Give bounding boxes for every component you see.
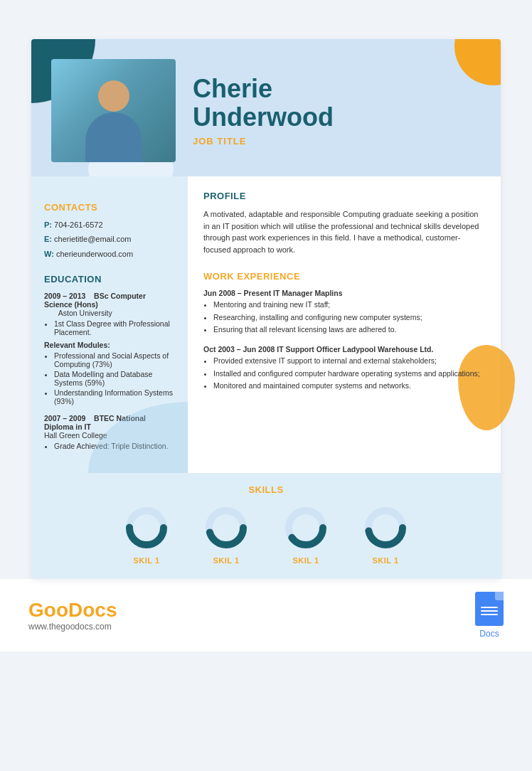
edu-entry-1: 2009 – 2013 BSc Computer Science (Hons) …	[44, 292, 175, 405]
logo-text-2: ocs	[83, 599, 117, 621]
work-title: WORK EXPERIENCE	[203, 271, 485, 282]
edu-school-span-2: Hall Green College	[44, 431, 107, 440]
phone-value: 704-261-6572	[54, 220, 103, 229]
module-1: Professional and Social Aspects of Compu…	[54, 351, 175, 368]
contact-email: E: cherietitle@email.com	[44, 234, 175, 245]
work-bullet-2-1: Provided extensive IT support to interna…	[213, 356, 485, 366]
website-value: cherieunderwood.com	[56, 250, 133, 258]
header-name: Cherie Underwood	[193, 75, 481, 131]
website-label: W:	[44, 250, 54, 258]
docs-file-icon	[475, 592, 504, 626]
module-3: Understanding Information Systems (93%)	[54, 388, 175, 405]
skill-donut-4	[363, 505, 408, 551]
skill-donut-2	[203, 505, 249, 551]
docs-line-1	[481, 607, 498, 608]
footer-logo: GooDocs www.thegoodocs.com	[28, 599, 117, 632]
profile-text: A motivated, adaptable and responsible C…	[203, 208, 485, 255]
work-header-2: Oct 2003 – Jun 2008 IT Support Officer L…	[203, 345, 485, 353]
header-info: Cherie Underwood JOB TITLE	[193, 75, 481, 146]
person-head	[98, 80, 129, 112]
work-bullets-1: Mentoring and training new IT staff; Res…	[203, 299, 485, 335]
work-entry-2: Oct 2003 – Jun 2008 IT Support Officer L…	[203, 345, 485, 391]
name-line2: Underwood	[193, 102, 334, 132]
right-col-content: PROFILE A motivated, adaptable and respo…	[203, 191, 485, 391]
svg-point-2	[135, 516, 158, 539]
skill-donut-3	[283, 505, 329, 551]
svg-point-11	[374, 516, 397, 539]
edu-dates-span-1: 2009 – 2013	[44, 292, 85, 300]
svg-point-8	[294, 516, 317, 539]
logo-text: GooDocs	[28, 599, 117, 622]
left-col-decoration	[88, 402, 188, 473]
email-label: E:	[44, 235, 52, 243]
skill-label-4: SKIL 1	[372, 556, 398, 565]
contact-website: W: cherieunderwood.com	[44, 249, 175, 260]
edu-school-span-1: Aston University	[58, 309, 112, 317]
skill-donut-1	[124, 505, 169, 551]
right-column: PROFILE A motivated, adaptable and respo…	[188, 176, 501, 473]
edu-modules-1: Professional and Social Aspects of Compu…	[44, 351, 175, 405]
work-bullets-2: Provided extensive IT support to interna…	[203, 356, 485, 391]
logo-url: www.thegoodocs.com	[28, 622, 112, 632]
relevant-label-1: Relevant Modules:	[44, 341, 175, 349]
skill-item-3: SKIL 1	[283, 505, 329, 565]
profile-photo	[51, 59, 176, 162]
email-value: cherietitle@email.com	[54, 235, 131, 243]
left-column: CONTACTS P: 704-261-6572 E: cherietitle@…	[31, 176, 188, 473]
skill-label-3: SKIL 1	[292, 556, 319, 565]
work-bullet-2-3: Monitored and maintained computer system…	[213, 381, 485, 391]
work-bullet-1-3: Ensuring that all relevant licensing law…	[213, 324, 485, 335]
contacts-title: CONTACTS	[44, 202, 175, 213]
resume-card: Cherie Underwood JOB TITLE CONTACTS P: 7…	[31, 39, 501, 579]
work-bullet-1-1: Mentoring and training new IT staff;	[213, 299, 485, 310]
edu-dates-1: 2009 – 2013 BSc Computer Science (Hons)	[44, 292, 175, 309]
contact-phone: P: 704-261-6572	[44, 220, 175, 230]
edu-bullets-1: 1st Class Degree with Professional Place…	[44, 319, 175, 336]
docs-line-2	[481, 610, 498, 612]
body-section: CONTACTS P: 704-261-6572 E: cherietitle@…	[31, 176, 501, 473]
name-line1: Cherie	[193, 74, 272, 103]
photo-figure	[78, 77, 149, 162]
logo-text-1: Goo	[28, 599, 68, 621]
edu-school-1: Aston University	[44, 309, 175, 317]
footer-section: GooDocs www.thegoodocs.com Docs	[0, 579, 532, 652]
docs-file-lines	[481, 607, 498, 617]
svg-point-5	[215, 516, 238, 539]
phone-label: P:	[44, 220, 52, 229]
skills-section: SKILLS SKIL 1 SKIL 1	[31, 473, 501, 579]
work-bullet-1-2: Researching, installing and configuring …	[213, 312, 485, 323]
job-title: JOB TITLE	[193, 136, 481, 147]
profile-title: PROFILE	[203, 191, 485, 201]
logo-text-accent: D	[68, 599, 83, 621]
docs-label: Docs	[479, 629, 499, 639]
skill-label-1: SKIL 1	[133, 556, 159, 565]
skill-item-1: SKIL 1	[124, 505, 169, 565]
skills-title: SKILLS	[47, 484, 485, 495]
header-section: Cherie Underwood JOB TITLE	[31, 39, 501, 176]
docs-line-3	[481, 614, 498, 615]
edu-bullet-item-1: 1st Class Degree with Professional Place…	[54, 319, 175, 336]
page-wrapper: Cherie Underwood JOB TITLE CONTACTS P: 7…	[0, 0, 532, 771]
skills-row: SKIL 1 SKIL 1 SKIL 1	[47, 505, 485, 565]
work-bullet-2-2: Installed and configured computer hardwa…	[213, 368, 485, 379]
skill-item-2: SKIL 1	[203, 505, 249, 565]
edu-dates-span-2: 2007 – 2009	[44, 414, 85, 422]
module-2: Data Modelling and Database Systems (59%…	[54, 370, 175, 387]
work-header-1: Jun 2008 – Present IT Manager Maplins	[203, 289, 485, 297]
skill-item-4: SKIL 1	[363, 505, 408, 565]
work-entry-1: Jun 2008 – Present IT Manager Maplins Me…	[203, 289, 485, 335]
skill-label-2: SKIL 1	[213, 556, 239, 565]
education-title: EDUCATION	[44, 274, 175, 285]
person-body	[85, 112, 142, 162]
docs-icon: Docs	[475, 592, 504, 639]
